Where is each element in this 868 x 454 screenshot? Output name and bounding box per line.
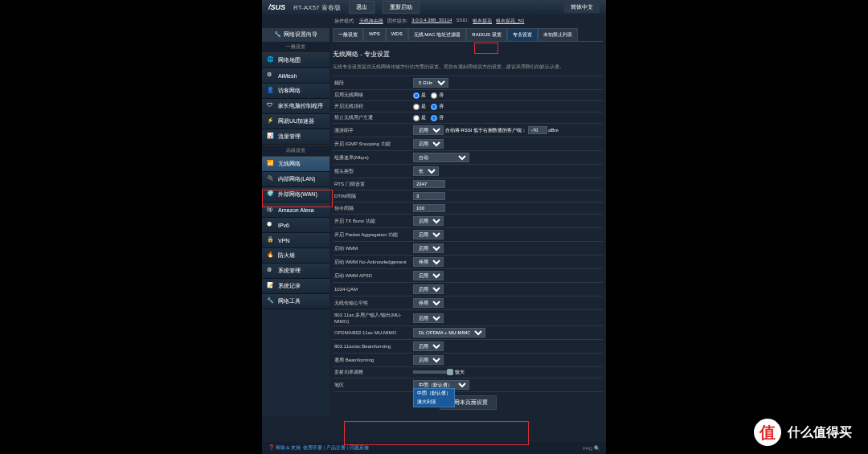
airtime-select[interactable]: 停用 [413,298,444,308]
watermark-icon: 值 [754,419,781,446]
sidebar-item-adv-2[interactable]: 🌍外部网络(WAN) [262,187,330,202]
preamble-select[interactable]: 长 [413,166,439,176]
mumimo-label: 802.11ac 多用户输入/输出(MU-MIMO) [333,312,413,324]
sidebar-item-gen-5[interactable]: 📊流量管理 [262,129,330,145]
feedback-link[interactable]: 问题反馈 [350,445,369,450]
sidebar-item-adv-7[interactable]: ⚙系统管理 [262,264,330,279]
reboot-button[interactable]: 重新启动 [383,1,420,14]
top-bar: /SUS RT-AX57 青春版 退出 重新启动 简体中文 [262,0,606,14]
sidebar-icon: 🔒 [267,236,275,244]
roaming-label: 漫游助手 [333,127,413,134]
pktagg-select[interactable]: 启用 [413,230,444,239]
faq-link[interactable]: FAQ [583,446,592,451]
rts-input[interactable] [413,180,445,188]
sidebar-item-adv-8[interactable]: 📝系统记录 [262,279,330,294]
sidebar-label: 网络工具 [278,297,301,305]
sidebar-item-adv-1[interactable]: 🔌内部网络(LAN) [262,172,330,187]
mumimo-select[interactable]: 启用 [413,313,444,323]
tab-1[interactable]: WPS [363,28,386,41]
band-select[interactable]: 5 GHz [413,78,448,88]
rssi-input[interactable] [528,126,547,134]
language-select[interactable]: 简体中文 [564,2,600,13]
sidebar-label: 系统管理 [278,267,301,275]
isolate-toggle[interactable]: 是否 [413,114,603,121]
wmm-label: 启动 WMM [333,245,413,252]
sidebar-item-gen-4[interactable]: ⚡网易UU加速器 [262,114,330,129]
sidebar-label: 网易UU加速器 [278,117,314,125]
roaming-select[interactable]: 启用 [413,125,444,135]
wmmapsd-select[interactable]: 启用 [413,271,444,280]
bf-uni-select[interactable]: 启用 [413,355,444,365]
sidebar-wizard[interactable]: 🔧 网络设置向导 [262,28,330,41]
wmmapsd-label: 启动 WMM APSD [333,272,413,280]
sidebar-item-adv-4[interactable]: ⬢IPv6 [262,218,330,233]
beacon-input[interactable] [413,204,445,212]
sidebar-icon: 🌐 [267,56,275,64]
tab-4[interactable]: RADIUS 设置 [466,28,506,41]
sidebar-item-adv-3[interactable]: ⓐAmazon Alexa [262,202,330,218]
ofdma-label: OFDMA/802.11ax MU-MIMO [333,330,413,335]
region-dropdown[interactable]: 中国（默认值） 澳大利亚 [413,388,455,407]
txburst-select[interactable]: 启用 [413,216,444,226]
region-option-1[interactable]: 澳大利亚 [414,398,454,407]
manual-link[interactable]: 使用手册 [303,445,322,450]
sidebar-item-adv-6[interactable]: 🔥防火墙 [262,248,330,264]
txburst-label: 开启 TX Burst 功能 [333,218,413,225]
sidebar-item-adv-0[interactable]: 📶无线网络 [262,157,330,172]
wmm-select[interactable]: 启用 [413,243,444,253]
region-option-0[interactable]: 中国（默认值） [414,389,454,398]
airtime-label: 无线传输公平性 [333,300,413,307]
sidebar-label: 内部网络(LAN) [278,175,315,183]
wmmnoack-label: 启动 WMM No-Acknowledgement [333,259,413,266]
help-link[interactable]: ❓ 帮助 & 支持 [268,445,301,450]
fw-value[interactable]: 3.0.0.4.388_33114 [411,18,452,25]
tab-3[interactable]: 无线 MAC 地址过滤器 [408,28,467,41]
bf-ac-select[interactable]: 启用 [413,342,444,351]
sidebar-icon: 📊 [267,133,275,141]
ssid-label: SSID: [456,18,469,25]
sidebar-icon: ⚙ [267,267,275,275]
sidebar-label: 外部网络(WAN) [278,190,317,198]
product-link[interactable]: 产品注册 [326,445,346,450]
sidebar-label: 无线网络 [278,160,301,168]
mode-label: 操作模式: [334,18,355,25]
bf-uni-label: 通用 Beamforming [333,357,413,364]
dtim-input[interactable] [413,192,445,200]
sidebar-item-gen-2[interactable]: 👤访客网络 [262,84,330,99]
sidebar-item-gen-3[interactable]: 🛡家长电脑控制程序 [262,99,330,114]
bf-ac-label: 802.11ax/ac Beamforming [333,344,413,349]
sidebar-icon: 🔧 [267,297,275,305]
sidebar-section-advanced: 高级设置 [262,145,330,157]
sidebar-label: AiMesh [278,73,297,79]
sidebar-icon: 📶 [267,160,275,168]
ssid2[interactable]: 银衣探花_5G [496,18,524,25]
sidebar-item-adv-5[interactable]: 🔒VPN [262,233,330,248]
ssid1[interactable]: 银衣探花 [473,18,492,25]
txpower-slider[interactable] [413,370,453,374]
mcast-select[interactable]: 自动 [413,153,469,162]
sched-toggle[interactable]: 是否 [413,103,603,110]
sidebar-item-gen-0[interactable]: 🌐网络地图 [262,53,330,68]
mode-value[interactable]: 无线路由器 [359,18,383,25]
sidebar-label: 访客网络 [278,87,301,95]
tab-6[interactable]: 未知禁止列表 [538,28,578,41]
model-name: RT-AX57 青春版 [293,3,341,12]
radio-toggle[interactable]: 是否 [413,92,603,99]
sidebar-item-adv-9[interactable]: 🔧网络工具 [262,294,330,309]
wmmnoack-select[interactable]: 停用 [413,257,444,267]
ofdma-select[interactable]: DL OFDMA + MU-MIMO [413,328,485,337]
sidebar-icon: 🛡 [267,102,275,110]
sidebar-label: 防火墙 [278,252,295,260]
sidebar-label: Amazon Alexa [278,207,314,213]
tab-0[interactable]: 一般设置 [333,28,363,41]
igmp-select[interactable]: 启用 [413,139,444,149]
panel-desc: 无线专业设置提供无线网络传输方针的方面的设置。若您有遇到用错误方的设置，建议采用… [333,62,603,76]
qam-select[interactable]: 启用 [413,284,444,294]
sidebar-label: IPv6 [278,223,289,228]
tab-2[interactable]: WDS [386,28,408,41]
sidebar-icon: 🔥 [267,252,275,260]
logout-button[interactable]: 退出 [349,1,375,14]
tab-5[interactable]: 专业设置 [507,28,538,41]
sidebar-item-gen-1[interactable]: ⚙AiMesh [262,68,330,84]
qam-label: 1024-QAM [333,287,413,292]
